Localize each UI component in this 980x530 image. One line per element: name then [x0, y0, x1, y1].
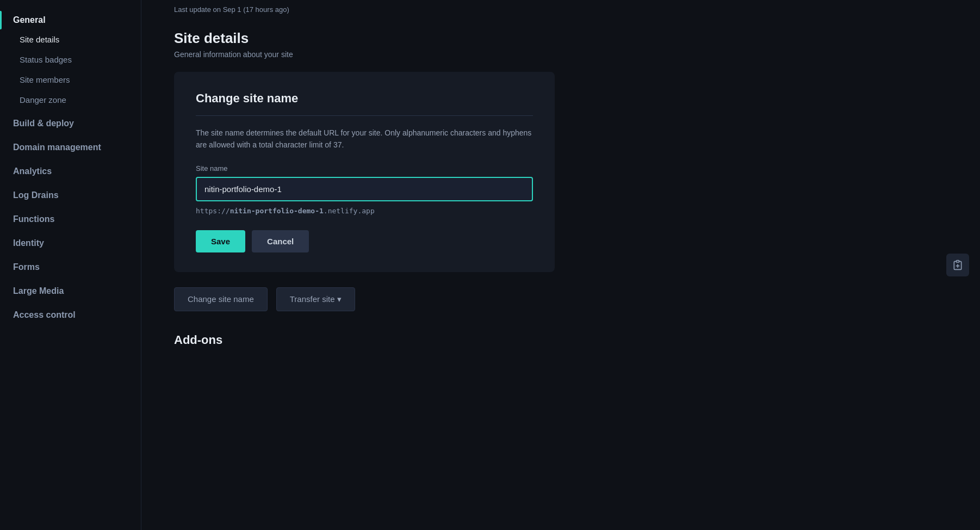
change-site-name-card: Change site name The site name determine…	[174, 72, 555, 272]
last-update-text: Last update on Sep 1 (17 hours ago)	[174, 0, 947, 24]
site-name-input[interactable]	[196, 177, 533, 201]
site-name-field-label: Site name	[196, 164, 533, 172]
cancel-button[interactable]: Cancel	[252, 230, 309, 252]
sidebar-item-site-details[interactable]: Site details	[0, 29, 141, 50]
sidebar-section-domain-management[interactable]: Domain management	[0, 137, 141, 158]
sidebar-section-access-control[interactable]: Access control	[0, 305, 141, 325]
clipboard-icon	[952, 260, 963, 270]
change-site-name-button[interactable]: Change site name	[174, 287, 268, 311]
main-content: Last update on Sep 1 (17 hours ago) Site…	[141, 0, 980, 530]
sidebar-section-large-media[interactable]: Large Media	[0, 281, 141, 301]
card-title: Change site name	[196, 91, 533, 116]
svg-rect-0	[957, 261, 959, 262]
sidebar-section-identity[interactable]: Identity	[0, 233, 141, 254]
sidebar: General Site details Status badges Site …	[0, 0, 141, 530]
sidebar-section-build-deploy[interactable]: Build & deploy	[0, 113, 141, 134]
url-site-name: nitin-portfolio-demo-1	[230, 207, 324, 215]
section-subtitle: General information about your site	[174, 50, 947, 59]
sidebar-item-status-badges[interactable]: Status badges	[0, 50, 141, 70]
transfer-site-button[interactable]: Transfer site ▾	[276, 287, 355, 311]
sidebar-item-site-members[interactable]: Site members	[0, 70, 141, 90]
sidebar-section-forms[interactable]: Forms	[0, 257, 141, 278]
card-description: The site name determines the default URL…	[196, 127, 533, 151]
sidebar-section-log-drains[interactable]: Log Drains	[0, 185, 141, 206]
save-button[interactable]: Save	[196, 230, 245, 252]
card-button-row: Save Cancel	[196, 230, 533, 252]
sidebar-item-danger-zone[interactable]: Danger zone	[0, 90, 141, 110]
action-buttons-row: Change site name Transfer site ▾	[174, 287, 947, 311]
add-ons-title: Add-ons	[174, 333, 947, 347]
sidebar-section-functions[interactable]: Functions	[0, 209, 141, 230]
url-preview: https://nitin-portfolio-demo-1.netlify.a…	[196, 207, 533, 215]
sidebar-general-label: General	[13, 15, 46, 25]
floating-action-button[interactable]	[946, 254, 969, 276]
sidebar-section-general[interactable]: General	[0, 11, 141, 29]
sidebar-section-analytics[interactable]: Analytics	[0, 161, 141, 182]
section-title: Site details	[174, 30, 947, 47]
